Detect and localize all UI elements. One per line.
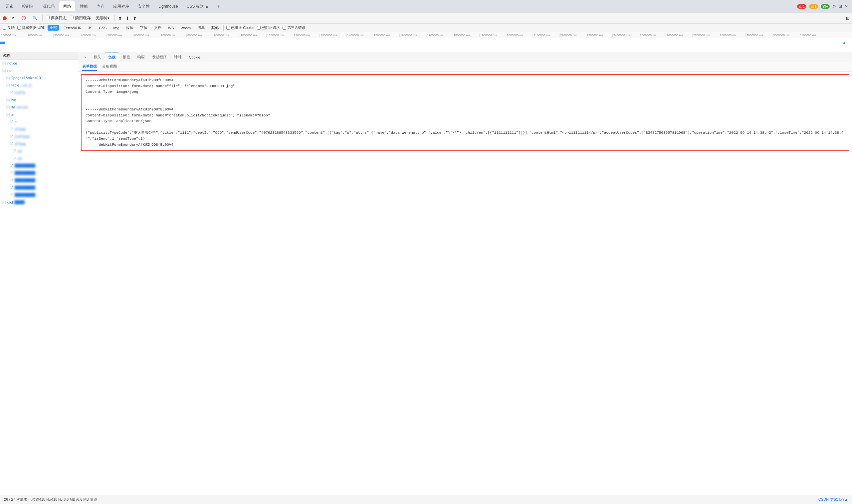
timeline-green-dot bbox=[844, 42, 845, 44]
tl-1500: 1500000 ms bbox=[373, 34, 400, 37]
sub-tab-payload[interactable]: 负载 bbox=[105, 53, 119, 62]
tab-console[interactable]: 控制台 bbox=[18, 1, 38, 11]
tab-application[interactable]: 应用程序 bbox=[109, 1, 133, 11]
tab-css[interactable]: CSS 板送 ▲ bbox=[183, 1, 213, 11]
tl-200: 200000 ms bbox=[26, 34, 53, 37]
file-item-stpag2[interactable]: 📄 st?pag bbox=[0, 140, 78, 147]
status-right[interactable]: CSDN 专家观点▲ bbox=[818, 497, 848, 502]
import-icon[interactable]: ⬆ bbox=[118, 16, 122, 21]
tab-lighthouse[interactable]: Lighthouse bbox=[155, 1, 182, 11]
tl-3100: 3100000 ms bbox=[799, 34, 826, 37]
filter-tab-wasm[interactable]: Wasm bbox=[178, 25, 193, 30]
third-party-filter[interactable]: 第三方请求 bbox=[283, 25, 305, 30]
sub-tab-cookie[interactable]: Cookie bbox=[185, 53, 203, 62]
file-item-b4[interactable]: 📄 ████████ bbox=[0, 184, 78, 191]
hide-data-url-filter[interactable]: 隐藏数据 URL bbox=[17, 25, 45, 30]
sub-tab-preview[interactable]: 预览 bbox=[120, 53, 134, 62]
filter-tab-all[interactable]: 全部 bbox=[48, 25, 59, 31]
status-bar: 26 / 27 次请求 已传输418 kb/418 kB 6.6 MB /6.6… bbox=[0, 495, 852, 504]
filter-tab-css[interactable]: CSS bbox=[97, 25, 109, 30]
dock-icon[interactable]: ⊡ bbox=[839, 4, 842, 8]
file-item-table[interactable]: 📄 table_ ice_b bbox=[0, 82, 78, 89]
settings-icon[interactable]: ⚙ bbox=[832, 4, 836, 8]
file-icon: 📄 bbox=[9, 120, 13, 124]
file-item-page[interactable]: 📄 ?page=1&size=10 bbox=[0, 74, 78, 82]
blocked-request-filter[interactable]: 已阻止请求 bbox=[257, 25, 280, 30]
file-icon: 📄 bbox=[13, 149, 17, 153]
filter-tab-fetch[interactable]: Fetch/XHR bbox=[61, 25, 84, 30]
tl-300: 300000 ms bbox=[53, 34, 80, 37]
sub-tab-response[interactable]: 响应 bbox=[134, 53, 148, 62]
file-item-ilistpag[interactable]: 📄 iList?pag bbox=[0, 133, 78, 140]
filter-tab-media[interactable]: 媒体 bbox=[124, 25, 136, 31]
file-item-at[interactable]: 📄 at bbox=[0, 111, 78, 118]
sub-tab-headers[interactable]: 标头 bbox=[90, 53, 104, 62]
tab-source[interactable]: 源代码 bbox=[39, 1, 58, 11]
main-area: 名称 📄 notice 📄 num 📄 ?page=1&size=10 📄 ta… bbox=[0, 52, 852, 495]
file-item-num[interactable]: 📄 num bbox=[0, 67, 78, 74]
tab-memory[interactable]: 内存 bbox=[92, 1, 108, 11]
file-icon: 📄 bbox=[13, 157, 17, 160]
tl-1800: 1800000 ms bbox=[452, 34, 479, 37]
file-item-b3[interactable]: 📄 ████████ bbox=[0, 177, 78, 184]
content-tabs: 表单数据 分析视图 bbox=[78, 62, 852, 72]
tl-100: 100000 ms bbox=[0, 34, 26, 37]
file-item-pa2[interactable]: 📄 pa bbox=[0, 155, 78, 162]
badge-errors: ⚠ 1 bbox=[797, 4, 806, 8]
filter-tab-other[interactable]: 其他 bbox=[209, 25, 221, 31]
sub-tab-initiator[interactable]: 发起程序 bbox=[149, 53, 170, 62]
filter-tab-ws[interactable]: WS bbox=[166, 25, 176, 30]
file-item-dict[interactable]: 📄 dict ████ bbox=[0, 199, 78, 206]
file-item-ilist[interactable]: 📄 iList?p bbox=[0, 89, 78, 96]
sidebar-icon[interactable]: ⊡ bbox=[846, 16, 849, 21]
filter-tab-manifest[interactable]: 清单 bbox=[195, 25, 207, 31]
file-list-sidebar: 名称 📄 notice 📄 num 📄 ?page=1&size=10 📄 ta… bbox=[0, 52, 78, 495]
tl-1100: 1100000 ms bbox=[266, 34, 293, 37]
content-tab-parse[interactable]: 分析视图 bbox=[102, 62, 117, 71]
filter-tab-img[interactable]: Img bbox=[111, 25, 121, 30]
save-log-checkbox[interactable]: 保存日志 bbox=[46, 15, 67, 21]
file-item-st1[interactable]: 📄 st bbox=[0, 118, 78, 125]
file-icon: 📄 bbox=[9, 91, 13, 94]
tl-2000: 2000000 ms bbox=[506, 34, 533, 37]
blocked-cookie-filter[interactable]: 已阻止 Cookie bbox=[226, 25, 254, 30]
tab-elements[interactable]: 元素 bbox=[1, 1, 17, 11]
tab-performance[interactable]: 性能 bbox=[76, 1, 92, 11]
file-item-b1[interactable]: 📄 ████████ bbox=[0, 162, 78, 169]
throttle-dropdown[interactable]: 无限制 ▾ bbox=[94, 15, 111, 21]
badge-info: 99+ bbox=[821, 4, 830, 8]
right-panel: × 标头 负载 预览 响应 发起程序 计时 Cookie 表单数据 分析视图 -… bbox=[78, 52, 852, 495]
add-tab-button[interactable]: + bbox=[214, 2, 223, 11]
tl-1400: 1400000 ms bbox=[346, 34, 373, 37]
record-button[interactable] bbox=[3, 16, 7, 20]
file-item-b2[interactable]: 📄 ████████ bbox=[0, 169, 78, 177]
close-panel-button[interactable]: × bbox=[81, 53, 90, 62]
file-item-b5[interactable]: 📄 ████████ bbox=[0, 191, 78, 199]
search-button[interactable]: 🔍 bbox=[31, 15, 39, 21]
filter-tab-doc[interactable]: 文档 bbox=[152, 25, 163, 31]
timeline-labels: 100000 ms 200000 ms 300000 ms 400000 ms … bbox=[0, 32, 852, 38]
tab-security[interactable]: 安全性 bbox=[134, 1, 154, 11]
tab-network[interactable]: 网络 bbox=[59, 1, 75, 11]
filter-tab-font[interactable]: 字体 bbox=[138, 25, 149, 31]
file-item-pa1[interactable]: 📄 pa bbox=[0, 147, 78, 155]
file-item-ive[interactable]: 📄 ive bbox=[0, 96, 78, 104]
refresh-button[interactable]: ↺ bbox=[10, 15, 16, 21]
filter-tab-js[interactable]: JS bbox=[86, 25, 94, 30]
invert-filter[interactable]: 反转 bbox=[3, 25, 15, 30]
tl-500: 500000 ms bbox=[107, 34, 133, 37]
disable-cache-checkbox[interactable]: 禁用缓存 bbox=[70, 15, 90, 21]
clear-button[interactable]: 🚫 bbox=[20, 15, 28, 21]
sub-tab-timing[interactable]: 计时 bbox=[171, 53, 185, 62]
content-tab-form[interactable]: 表单数据 bbox=[82, 62, 97, 71]
export-icon[interactable]: ⬇ bbox=[125, 16, 129, 21]
close-devtools-icon[interactable]: ✕ bbox=[845, 4, 848, 8]
separator-filter bbox=[223, 25, 224, 31]
file-item-ita[interactable]: 📄 ita ne=not bbox=[0, 104, 78, 111]
sub-tabs: × 标头 负载 预览 响应 发起程序 计时 Cookie bbox=[78, 52, 852, 62]
top-right-badges: ⚠ 1 ⚠ 1 99+ ⚙ ⊡ ✕ bbox=[797, 4, 851, 8]
file-item-notice[interactable]: 📄 notice bbox=[0, 59, 78, 67]
upload-icon[interactable]: ⬆ bbox=[133, 16, 137, 21]
separator-2 bbox=[114, 15, 115, 21]
file-item-stpag1[interactable]: 📄 st?pag bbox=[0, 125, 78, 133]
